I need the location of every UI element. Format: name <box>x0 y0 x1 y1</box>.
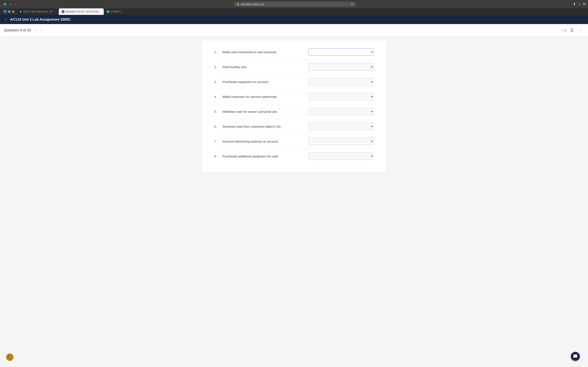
lock-icon: 🔒 <box>237 3 240 6</box>
q-text-8: Purchased additional equipment for cash. <box>223 155 308 158</box>
q-select-6[interactable]: Accounts Receivable Cash Equipment Owner… <box>308 123 374 130</box>
share-icon[interactable]: ⬆ <box>573 2 576 7</box>
forward-btn[interactable]: › <box>13 2 17 7</box>
q-number-4: 4. <box>214 95 223 99</box>
q-text-4: Billed customers for services performed. <box>223 95 308 99</box>
question-row-2: 2. Paid monthly rent. Accounts Receivabl… <box>214 59 374 75</box>
back-arrow[interactable]: ← <box>4 17 8 22</box>
browser-chrome: ⊞ ‹ › 🔒 education.wiley.com ↻ ⬆ ＋ ⧉ <box>0 0 588 8</box>
main-content: 1. Made cash investment to start busines… <box>0 36 588 363</box>
question-nav: Question 4 of 10 ‹ › - / 3 ☰ ⋮ <box>0 24 588 36</box>
app-title: AC114 Unit 2 Lab Assignment 2305C <box>10 17 71 22</box>
favicon-2[interactable]: ⚙ <box>7 10 11 13</box>
chatgpt-favicon: G <box>107 10 109 13</box>
q-number-7: 7. <box>214 140 223 143</box>
question-row-3: 3. Purchased equipment on account. Accou… <box>214 75 374 89</box>
tab-wiley-unit-favicon: W <box>19 10 22 13</box>
question-row-7: 7. Incurred advertising expense on accou… <box>214 134 374 149</box>
question-title: Question 4 of 10 <box>4 28 31 33</box>
list-view-btn[interactable]: ☰ <box>569 27 575 33</box>
q-select-4[interactable]: Accounts Receivable Cash Equipment Owner… <box>308 93 374 100</box>
q-number-3: 3. <box>214 80 223 83</box>
sidebar-toggle-btn[interactable]: ⊞ <box>2 2 8 7</box>
tab-chatgpt-label: ChatGPT <box>111 10 121 13</box>
svg-point-3 <box>8 358 9 359</box>
q-number-2: 2. <box>214 65 223 69</box>
svg-point-6 <box>11 357 12 357</box>
browser-actions: ⬆ ＋ ⧉ <box>573 2 586 7</box>
reload-icon[interactable]: ↻ <box>351 3 354 6</box>
tab-wiley-unit[interactable]: W Unit 2 Lab Assignment - AC114 Accounti… <box>16 8 59 15</box>
question-container: 1. Made cash investment to start busines… <box>202 41 386 172</box>
q-select-7[interactable]: Accounts Receivable Cash Equipment Owner… <box>308 138 374 145</box>
q-select-1[interactable]: Accounts Receivable Cash Equipment Owner… <box>308 48 374 56</box>
q-text-1: Made cash investment to start business. <box>223 50 308 54</box>
browser-controls: ⊞ ‹ › <box>2 2 17 7</box>
q-text-7: Incurred advertising expense on account. <box>223 140 308 143</box>
next-question-btn[interactable]: › <box>39 27 43 33</box>
q-select-5[interactable]: Accounts Receivable Cash Equipment Owner… <box>308 108 374 115</box>
new-tab-icon[interactable]: ＋ <box>578 2 581 7</box>
q-select-8[interactable]: Accounts Receivable Cash Equipment Owner… <box>308 152 374 160</box>
q-select-2[interactable]: Accounts Receivable Cash Equipment Owner… <box>308 63 374 71</box>
svg-point-5 <box>9 358 10 358</box>
svg-point-1 <box>8 355 9 357</box>
question-row-4: 4. Billed customers for services perform… <box>214 89 374 104</box>
q-text-5: Withdrew cash for owner's personal use. <box>223 110 308 113</box>
q-number-1: 1. <box>214 50 223 54</box>
question-row-1: 1. Made cash investment to start busines… <box>214 45 374 59</box>
question-row-5: 5. Withdrew cash for owner's personal us… <box>214 104 374 119</box>
prev-question-btn[interactable]: ‹ <box>34 27 37 33</box>
score-display: - / 3 <box>561 29 566 32</box>
svg-point-4 <box>10 358 11 359</box>
q-text-3: Purchased equipment on account. <box>223 80 308 83</box>
q-text-6: Received cash from customers billed in (… <box>223 125 308 128</box>
wiley-question-favicon: W <box>62 10 65 13</box>
question-row-8: 8. Purchased additional equipment for ca… <box>214 149 374 164</box>
small-favicons: f ⚙ ⚙ <box>2 8 16 15</box>
more-options-btn[interactable]: ⋮ <box>577 27 584 33</box>
tab-question-active[interactable]: W Question 4 of 10 - AC114 Unit 2 Lab As… <box>59 8 104 15</box>
back-btn[interactable]: ‹ <box>9 2 12 7</box>
q-number-5: 5. <box>214 110 223 113</box>
wiley-unit-favicon: W <box>19 10 22 13</box>
url-text: education.wiley.com <box>241 3 264 6</box>
tab-question-label: Question 4 of 10 - AC114 Unit 2 Lab Assi… <box>66 10 101 13</box>
svg-point-0 <box>6 354 13 361</box>
cookie-icon[interactable] <box>6 354 13 361</box>
favicon-3[interactable]: ⚙ <box>11 10 15 13</box>
q-number-8: 8. <box>214 155 223 158</box>
windows-icon[interactable]: ⧉ <box>583 2 586 7</box>
tab-bar: f ⚙ ⚙ W Unit 2 Lab Assignment - AC114 Ac… <box>0 8 588 15</box>
chat-bubble-btn[interactable] <box>571 352 580 361</box>
svg-point-2 <box>10 355 11 356</box>
app-header: ← AC114 Unit 2 Lab Assignment 2305C <box>0 15 588 24</box>
q-text-2: Paid monthly rent. <box>223 65 308 69</box>
favicon-1[interactable]: f <box>3 10 7 13</box>
question-row-6: 6. Received cash from customers billed i… <box>214 119 374 134</box>
q-number-6: 6. <box>214 125 223 128</box>
address-bar[interactable]: 🔒 education.wiley.com ↻ <box>234 2 356 7</box>
tab-chatgpt[interactable]: G ChatGPT <box>104 8 124 15</box>
q-select-3[interactable]: Accounts Receivable Cash Equipment Owner… <box>308 78 374 85</box>
tab-wiley-unit-label: Unit 2 Lab Assignment - AC114 Accounting… <box>23 10 56 13</box>
